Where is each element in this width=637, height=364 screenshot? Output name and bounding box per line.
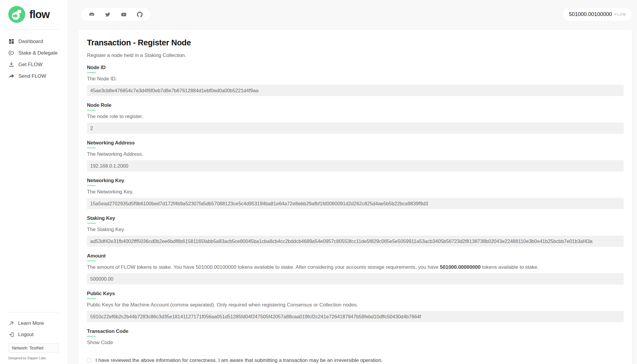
node-role-input[interactable] [87,123,624,134]
learn-more-label: Learn More [18,320,44,326]
designed-by-credit: Designed by Dapper Labs [8,356,67,360]
download-icon [8,61,15,68]
logout-icon [8,332,14,338]
twitter-link[interactable] [105,12,111,18]
confirmation-row: I have reviewed the above information fo… [87,357,624,363]
field-description: The node role to register. [87,114,624,120]
field-node-id: Node ID The Node ID. [87,65,624,96]
label-underline [87,336,96,337]
amount-desc-pre: The amount of FLOW tokens to stake. You … [87,264,440,270]
logout-label: Logout [18,332,34,338]
github-link[interactable] [137,12,143,18]
field-label: Transaction Code [87,328,624,334]
github-icon [137,12,143,18]
external-link-icon [8,320,14,326]
field-label: Networking Address [87,140,624,146]
field-label: Node ID [87,65,624,71]
field-networking-key: Networking Key The Networking Key. [87,178,624,209]
balance-pill: 501000.00100000 FLOW [562,7,633,21]
sidebar-item-dashboard[interactable]: Dashboard [0,36,67,47]
staking-key-input[interactable] [87,236,624,247]
flow-logo-text: flow [29,8,50,21]
sidebar-nav: Dashboard Stake & Delegate Get FLOW Send… [0,36,67,82]
field-label: Staking Key [87,215,624,221]
dashboard-icon [8,38,15,44]
amount-input[interactable] [87,273,624,284]
transaction-card: Transaction - Register Node Register a n… [78,29,633,364]
sidebar-item-label: Get FLOW [18,62,42,68]
field-label: Public Keys [87,291,624,297]
flow-logo[interactable]: flow [8,6,67,23]
balance-currency: FLOW [615,12,626,17]
amount-desc-post: tokens available to stake. [481,264,539,270]
field-networking-address: Networking Address The Networking Addres… [87,140,624,171]
twitter-icon [105,12,111,18]
sidebar-item-get-flow[interactable]: Get FLOW [0,59,67,70]
network-label: Network: TestNet [12,346,43,350]
sidebar-divider-bottom [8,312,59,312]
stake-icon [8,50,15,56]
youtube-link[interactable] [121,12,127,18]
main-area: 501000.00100000 FLOW Transaction - Regis… [78,0,633,364]
field-description: Public Keys for the Machine Account (com… [87,302,624,308]
sidebar-item-label: Stake & Delegate [18,50,58,56]
field-description: The amount of FLOW tokens to stake. You … [87,264,624,270]
field-public-keys: Public Keys Public Keys for the Machine … [87,291,624,322]
field-amount: Amount The amount of FLOW tokens to stak… [87,253,624,284]
learn-more-link[interactable]: Learn More [0,318,67,329]
label-underline [87,260,96,261]
logout-button[interactable]: Logout [0,329,67,340]
label-underline [87,72,96,73]
field-label: Amount [87,253,624,259]
page-title: Transaction - Register Node [87,38,624,47]
field-node-role: Node Role The node role to register. [87,102,624,134]
sidebar-item-send-flow[interactable]: Send FLOW [0,70,67,82]
confirmation-checkbox[interactable] [87,358,91,363]
field-label: Node Role [87,102,624,108]
balance-amount: 501000.00100000 [569,11,612,18]
networking-key-input[interactable] [87,198,624,209]
field-description: The Networking Key. [87,189,624,195]
field-description: The Staking Key. [87,227,624,233]
youtube-icon [121,12,127,18]
field-label: Networking Key [87,178,624,184]
sidebar: flow Dashboard Stake & Delegate Get FLOW [0,0,67,364]
label-underline [87,147,96,148]
sidebar-item-stake-delegate[interactable]: Stake & Delegate [0,47,67,59]
flow-logo-icon [8,6,25,23]
discord-link[interactable] [89,12,95,18]
label-underline [87,298,96,299]
confirmation-text: I have reviewed the above information fo… [96,357,383,363]
network-badge: Network: TestNet [8,343,59,353]
field-transaction-code: Transaction Code Show Code [87,328,624,346]
amount-available-bold: 501000.00000000 [440,264,481,270]
discord-icon [89,12,95,18]
label-underline [87,185,96,186]
show-code-link[interactable]: Show Code [87,340,113,346]
topbar: 501000.00100000 FLOW [78,7,633,21]
page-subtitle: Register a node held in a Staking Collec… [87,53,624,58]
field-description: The Node ID. [87,76,624,82]
label-underline [87,110,96,111]
public-keys-input[interactable] [87,311,624,322]
node-id-input[interactable] [87,85,624,96]
sidebar-item-label: Send FLOW [18,73,46,79]
field-staking-key: Staking Key The Staking Key. [87,215,624,247]
sidebar-item-label: Dashboard [18,39,43,44]
sidebar-footer: Learn More Logout Network: TestNet Desig… [0,306,67,364]
networking-address-input[interactable] [87,160,624,171]
social-links-pill [80,7,151,21]
field-description: The Networking Address. [87,151,624,157]
sidebar-divider-top [8,29,59,30]
send-icon [8,73,15,79]
label-underline [87,223,96,224]
